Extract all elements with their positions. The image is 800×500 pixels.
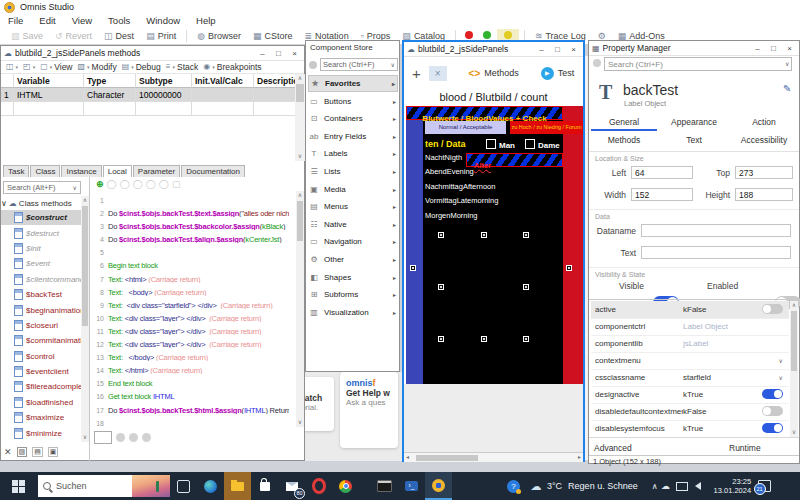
- help-tray-button[interactable]: ?: [500, 472, 527, 500]
- table-cell[interactable]: 100000000: [136, 88, 192, 102]
- scroll-up-icon[interactable]: ∧: [296, 191, 304, 200]
- pm-tab-accessibility[interactable]: Accessibility: [729, 131, 799, 149]
- weather-text[interactable]: Regen u. Schnee: [568, 481, 638, 491]
- file-explorer-button[interactable]: [224, 472, 251, 500]
- time-label-3[interactable]: NachmittagAfternoon: [425, 182, 495, 191]
- category-native[interactable]: ☷Native▸: [308, 216, 398, 233]
- edge-button[interactable]: [197, 472, 224, 500]
- code-line[interactable]: 7Text: <html> (Carriage return): [90, 270, 289, 283]
- close-button[interactable]: ×: [783, 44, 796, 53]
- selection-handle[interactable]: [481, 232, 487, 238]
- pm-tab-general[interactable]: General: [589, 113, 659, 131]
- delete-method-icon[interactable]: ✕: [4, 447, 12, 457]
- checkbox-man[interactable]: Man: [486, 139, 515, 150]
- close-tab-button[interactable]: ×: [429, 66, 447, 81]
- tree-item-loadfinished[interactable]: $loadfinished: [1, 395, 81, 410]
- category-buttons[interactable]: ▭Buttons▸: [308, 93, 398, 110]
- menu-window[interactable]: Window: [138, 15, 188, 26]
- weather-temp[interactable]: 3°C: [547, 481, 562, 491]
- code-line[interactable]: 1: [90, 191, 289, 204]
- category-favorites[interactable]: ★Favorites▸: [308, 75, 398, 92]
- checkbox-dame[interactable]: Dame: [525, 139, 560, 150]
- maximize-button[interactable]: □: [767, 44, 780, 53]
- view-icon[interactable]: ▢: [40, 62, 48, 71]
- form-hscrollbar[interactable]: ◂ ▸: [404, 452, 583, 462]
- table-cell[interactable]: [192, 102, 254, 116]
- code-scrollbar[interactable]: ∧ ∨: [296, 191, 304, 427]
- tree-item-minimize[interactable]: $minimize: [1, 425, 81, 440]
- selection-handle[interactable]: [410, 265, 416, 271]
- chrome-button[interactable]: [332, 472, 359, 500]
- welcome-card-help[interactable]: omnisf Get Help w Ask a ques: [340, 372, 398, 448]
- code-line[interactable]: 14Text: </html> (Carriage return): [90, 361, 289, 374]
- debug-icon[interactable]: ▤: [122, 62, 130, 71]
- record-dot-icon[interactable]: [465, 31, 473, 39]
- add-ons-button[interactable]: ▦Add-Ons: [613, 31, 670, 41]
- task-view-button[interactable]: [170, 472, 197, 500]
- browser-button[interactable]: ◍Browser: [192, 31, 246, 41]
- tree-item-destruct[interactable]: $destruct: [1, 225, 81, 240]
- go-icon[interactable]: ◯: [159, 179, 169, 189]
- mail-button[interactable]: 80: [278, 472, 305, 500]
- maximize-button[interactable]: □: [551, 45, 564, 54]
- time-label-1[interactable]: NachtNigth: [425, 153, 462, 162]
- run-dot-icon[interactable]: [483, 31, 491, 39]
- selection-handle[interactable]: [438, 284, 444, 290]
- pm-tab-methods[interactable]: Methods: [589, 131, 659, 149]
- category-entry-fields[interactable]: abEntry Fields▸: [308, 128, 398, 145]
- step-in-icon[interactable]: ◯: [120, 179, 130, 189]
- property-toggle[interactable]: [762, 304, 783, 314]
- table-scrollbar[interactable]: ∧ ∨: [295, 74, 305, 161]
- right-panel-bar[interactable]: [563, 106, 583, 384]
- form-window-titlebar[interactable]: ☁ blutbild_2_jsSidePanels – □ ×: [404, 42, 583, 57]
- scroll-left-icon[interactable]: ◂: [406, 453, 409, 460]
- menu-file[interactable]: File: [0, 15, 31, 26]
- height-input[interactable]: [735, 188, 793, 201]
- methods-button[interactable]: Methods: [484, 68, 519, 78]
- store-button[interactable]: [251, 472, 278, 500]
- taskbar-search[interactable]: Suchen: [38, 475, 170, 497]
- left-panel-bar[interactable]: [406, 106, 423, 384]
- category-navigation[interactable]: ▭Navigation▸: [308, 233, 398, 250]
- check-icon[interactable]: [142, 433, 151, 442]
- tree-item-commitanimation[interactable]: $commitanimation: [1, 333, 81, 348]
- tab-parameter[interactable]: Parameter: [133, 165, 180, 177]
- table-cell[interactable]: [136, 102, 192, 116]
- code-line[interactable]: 3Do $cinst.$objs.backTest.$backcolor.$as…: [90, 217, 289, 230]
- nav-back-icon[interactable]: [116, 433, 125, 442]
- clear-search-icon[interactable]: [309, 61, 317, 69]
- code-line[interactable]: 11Text: <div class="layer"> </div> (Carr…: [90, 322, 289, 335]
- tree-item-construct[interactable]: $construct: [1, 210, 81, 225]
- close-button[interactable]: ×: [288, 49, 301, 58]
- test-play-icon[interactable]: ▶: [541, 67, 554, 80]
- chevron-down-icon[interactable]: ∨: [779, 358, 783, 364]
- tab-class[interactable]: Class: [30, 165, 60, 177]
- selection-handle[interactable]: [438, 336, 444, 342]
- normal-button[interactable]: Normal / Acceptable: [425, 121, 506, 134]
- notification-center-button[interactable]: 21: [751, 472, 777, 500]
- pm-titlebar[interactable]: ▦ Property Manager – □ ×: [589, 41, 799, 56]
- category-other[interactable]: ⚙Other▸: [308, 251, 398, 268]
- left-input[interactable]: [631, 166, 693, 179]
- scroll-up-icon[interactable]: ∧: [295, 74, 305, 83]
- tree-item-filereadcomplete[interactable]: $filereadcomplete: [1, 379, 81, 394]
- category-lists[interactable]: ☰Lists▸: [308, 163, 398, 180]
- property-row-disablesystemfocus[interactable]: disablesystemfocuskTrue: [591, 420, 789, 438]
- nav-forward-icon[interactable]: [129, 433, 138, 442]
- tree-item-clientcommand[interactable]: $clientcommand: [1, 272, 81, 287]
- code-lines[interactable]: 12Do $cinst.$objs.backTest.$text.$assign…: [90, 191, 289, 427]
- table-cell[interactable]: [14, 102, 84, 116]
- property-row-componentlib[interactable]: componentlibjsLabel: [591, 335, 789, 353]
- form-header-label[interactable]: blood / Blutbild / count: [404, 89, 583, 106]
- category-containers[interactable]: ⊡Containers▸: [308, 110, 398, 127]
- pm-tab-text[interactable]: Text: [659, 131, 729, 149]
- high-low-button[interactable]: zu Hoch / zu Niedrig / Forum: [510, 121, 583, 134]
- gear-icon[interactable]: ⚙: [593, 31, 611, 41]
- code-line[interactable]: 8Text: <body> (Carriage return): [90, 283, 289, 296]
- property-row-contextmenu[interactable]: contextmenu∨: [591, 352, 789, 370]
- category-menus[interactable]: ▤Menus▸: [308, 198, 398, 215]
- table-cell[interactable]: [254, 88, 295, 102]
- display-tray[interactable]: [674, 472, 690, 500]
- stop-icon[interactable]: ▢: [172, 179, 181, 189]
- menu-help[interactable]: Help: [188, 15, 224, 26]
